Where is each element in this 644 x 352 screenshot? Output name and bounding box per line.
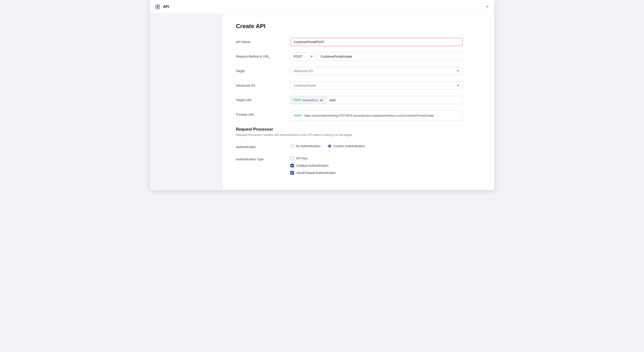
api-name-label: API Name [236, 38, 290, 44]
api-name-control [290, 38, 462, 46]
authentication-row: Authentication No Authentication Custom … [236, 143, 481, 149]
no-auth-option[interactable]: No Authentication [290, 144, 321, 148]
authentication-radio-group: No Authentication Custom Authentication [290, 143, 462, 148]
preview-url-row: Preview URL POST https://automationtesti… [236, 110, 481, 121]
request-method-row: Request Method & URL POST GET PUT DELETE… [236, 52, 481, 61]
catalyst-auth-checkbox[interactable] [290, 164, 294, 167]
title-bar-left: API [154, 4, 169, 10]
preview-url-control: POST https://automationtesting-57673975.… [290, 110, 462, 121]
target-select[interactable]: Advanced I/O Function Basic I/O [290, 67, 462, 75]
custom-auth-option[interactable]: Custom Authentication [328, 144, 365, 148]
target-url-label: Target URL [236, 96, 290, 102]
oauth-auth-checkbox[interactable] [290, 171, 294, 175]
svg-rect-0 [156, 5, 158, 7]
sidebar [150, 14, 222, 190]
api-key-checkbox[interactable] [290, 156, 294, 160]
oauth-auth-label: OAuth-based Authentication [296, 171, 336, 175]
advanced-io-row: Advanced I/O CustomerPortal [236, 81, 481, 90]
catalyst-auth-label: Catalyst Authentication [296, 164, 328, 167]
auth-type-label: Authentication Type [236, 155, 290, 161]
api-name-input[interactable] [290, 38, 462, 46]
svg-rect-2 [156, 7, 158, 9]
page-title: Create API [236, 23, 481, 30]
authentication-label: Authentication [236, 143, 290, 149]
target-url-suffix-input[interactable] [326, 96, 462, 104]
svg-rect-3 [158, 7, 160, 9]
target-url-control: POST /server/Cus...al/ [290, 96, 462, 104]
preview-post-badge: POST [294, 114, 302, 117]
preview-url-box: POST https://automationtesting-57673975.… [290, 110, 462, 121]
target-url-prefix: POST /server/Cus...al/ [291, 96, 327, 104]
no-auth-label: No Authentication [296, 144, 321, 148]
preview-url-label: Preview URL [236, 110, 290, 116]
api-icon [154, 4, 161, 10]
no-auth-radio[interactable] [290, 144, 294, 148]
method-select[interactable]: POST GET PUT DELETE PATCH [290, 52, 315, 61]
auth-type-row: Authentication Type API Key Catalyst Aut… [236, 155, 481, 175]
authentication-control: No Authentication Custom Authentication [290, 143, 462, 148]
oauth-auth-option[interactable]: OAuth-based Authentication [290, 171, 462, 175]
request-method-label: Request Method & URL [236, 52, 290, 58]
request-method-control: POST GET PUT DELETE PATCH [290, 52, 462, 61]
api-name-row: API Name [236, 38, 481, 46]
custom-auth-label: Custom Authentication [333, 144, 365, 148]
title-bar: API × [150, 0, 494, 14]
close-button[interactable]: × [485, 3, 490, 10]
svg-rect-1 [158, 5, 160, 7]
target-method-badge: POST [294, 98, 301, 102]
request-processor-section: Request Processor Request Processor hand… [236, 127, 481, 136]
window-title: API [163, 5, 169, 9]
advanced-io-label: Advanced I/O [236, 81, 290, 87]
auth-type-checkbox-group: API Key Catalyst Authentication OAuth-ba… [290, 155, 462, 175]
request-processor-title: Request Processor [236, 127, 481, 132]
auth-type-control: API Key Catalyst Authentication OAuth-ba… [290, 155, 462, 175]
api-key-label: API Key [296, 156, 308, 160]
target-url-row: Target URL POST /server/Cus...al/ [236, 96, 481, 104]
api-window: API × Create API API Name Request Method… [150, 0, 494, 190]
api-key-option[interactable]: API Key [290, 156, 462, 160]
main-layout: Create API API Name Request Method & URL… [150, 14, 494, 190]
custom-auth-radio[interactable] [328, 144, 332, 148]
target-url-group: POST /server/Cus...al/ [290, 96, 462, 104]
preview-url-value: https://automationtesting-57673975.devel… [304, 114, 434, 117]
advanced-io-select[interactable]: CustomerPortal [290, 81, 462, 90]
target-url-path: /server/Cus...al/ [302, 98, 323, 102]
request-processor-desc: Request Processor handles the authentica… [236, 133, 481, 136]
content-area: Create API API Name Request Method & URL… [222, 14, 494, 190]
target-control: Advanced I/O Function Basic I/O [290, 67, 462, 75]
target-row: Target Advanced I/O Function Basic I/O [236, 67, 481, 75]
method-url-group: POST GET PUT DELETE PATCH [290, 52, 462, 61]
url-input[interactable] [317, 52, 462, 61]
target-label: Target [236, 67, 290, 73]
catalyst-auth-option[interactable]: Catalyst Authentication [290, 164, 462, 167]
advanced-io-control: CustomerPortal [290, 81, 462, 90]
